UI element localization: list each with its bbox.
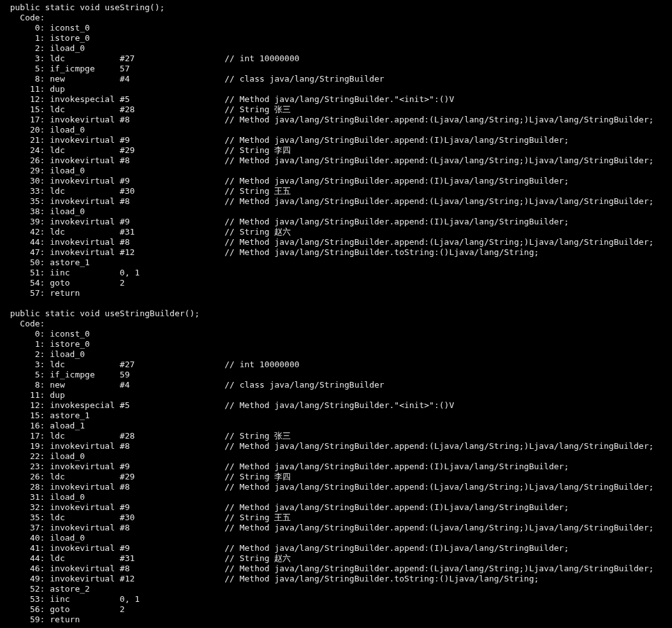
bytecode-listing: public static void useString(); Code: 0:… — [0, 0, 672, 625]
